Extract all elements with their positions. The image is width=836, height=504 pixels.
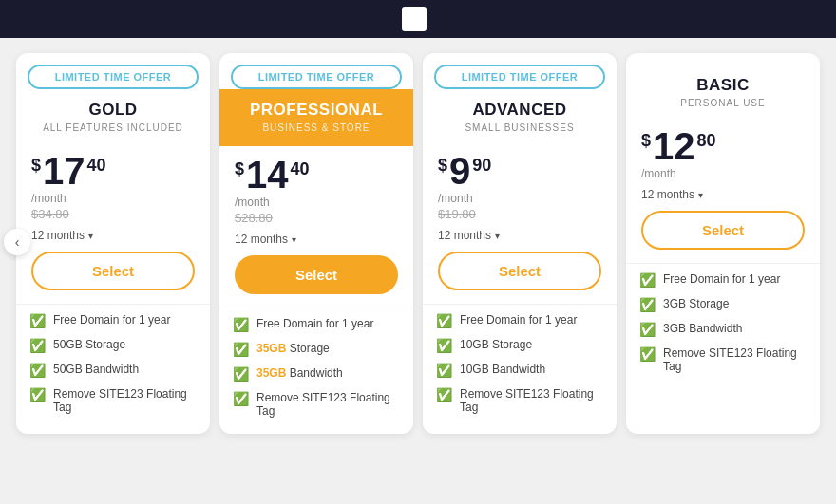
check-icon-gold-0: ✅ bbox=[29, 313, 46, 328]
feature-item-professional-2: ✅35GB Bandwidth bbox=[233, 362, 400, 386]
duration-label-advanced: 12 months bbox=[438, 229, 491, 242]
feature-text-basic-3: Remove SITE123 Floating Tag bbox=[663, 346, 807, 373]
plan-card-professional: LIMITED TIME OFFER PROFESSIONAL BUSINESS… bbox=[219, 53, 413, 434]
plan-name-basic: BASIC bbox=[637, 76, 808, 95]
plans-wrapper: ‹ LIMITED TIME OFFER GOLD ALL FEATURES I… bbox=[0, 38, 836, 445]
price-whole-advanced: 9 bbox=[449, 152, 470, 190]
plan-subtitle-gold: ALL FEATURES INCLUDED bbox=[28, 122, 199, 133]
plans-container: LIMITED TIME OFFER GOLD ALL FEATURES INC… bbox=[0, 38, 836, 445]
limited-offer-badge-gold: LIMITED TIME OFFER bbox=[28, 65, 199, 89]
price-decimal-basic: 80 bbox=[697, 131, 716, 151]
price-period-basic: /month bbox=[641, 167, 805, 180]
price-main-basic: $ 12 80 bbox=[641, 127, 805, 165]
features-list-advanced: ✅Free Domain for 1 year ✅10GB Storage ✅1… bbox=[423, 304, 617, 430]
price-section-gold: $ 17 40 /month$34.80 bbox=[16, 142, 210, 225]
price-decimal-gold: 40 bbox=[87, 156, 106, 176]
plan-name-gold: GOLD bbox=[28, 101, 199, 120]
feature-item-advanced-2: ✅10GB Bandwidth bbox=[436, 358, 603, 383]
check-icon-advanced-1: ✅ bbox=[436, 338, 452, 353]
check-icon-basic-2: ✅ bbox=[639, 322, 656, 337]
feature-text-gold-3: Remove SITE123 Floating Tag bbox=[53, 387, 197, 414]
feature-item-advanced-0: ✅Free Domain for 1 year bbox=[436, 308, 603, 333]
feature-item-basic-3: ✅Remove SITE123 Floating Tag bbox=[639, 342, 807, 378]
feature-item-professional-1: ✅35GB Storage bbox=[233, 337, 400, 362]
top-bar bbox=[0, 0, 836, 38]
prev-arrow[interactable]: ‹ bbox=[4, 229, 30, 255]
feature-text-basic-0: Free Domain for 1 year bbox=[663, 272, 780, 286]
check-icon-gold-1: ✅ bbox=[29, 338, 46, 353]
plan-subtitle-basic: PERSONAL USE bbox=[637, 98, 808, 108]
price-whole-gold: 17 bbox=[43, 152, 86, 190]
check-icon-advanced-2: ✅ bbox=[436, 363, 452, 378]
feature-text-gold-0: Free Domain for 1 year bbox=[53, 313, 170, 327]
duration-selector-advanced[interactable]: 12 months ▾ bbox=[423, 229, 617, 242]
plan-name-advanced: ADVANCED bbox=[434, 101, 605, 120]
plan-name-professional: PROFESSIONAL bbox=[231, 101, 402, 120]
duration-selector-professional[interactable]: 12 months ▾ bbox=[219, 233, 413, 246]
feature-text-basic-2: 3GB Bandwidth bbox=[663, 322, 742, 335]
feature-text-professional-0: Free Domain for 1 year bbox=[256, 317, 373, 330]
duration-selector-basic[interactable]: 12 months ▾ bbox=[626, 188, 820, 201]
feature-text-professional-3: Remove SITE123 Floating Tag bbox=[256, 391, 400, 418]
price-original-gold: $34.80 bbox=[31, 207, 195, 221]
features-list-gold: ✅Free Domain for 1 year ✅50GB Storage ✅5… bbox=[16, 304, 210, 430]
feature-text-advanced-1: 10GB Storage bbox=[460, 338, 532, 351]
select-button-advanced[interactable]: Select bbox=[438, 252, 601, 290]
select-button-professional[interactable]: Select bbox=[235, 255, 398, 294]
plan-header-gold: GOLD ALL FEATURES INCLUDED bbox=[16, 89, 210, 142]
duration-selector-gold[interactable]: 12 months ▾ bbox=[16, 229, 210, 242]
check-icon-professional-2: ✅ bbox=[233, 366, 249, 382]
check-icon-professional-1: ✅ bbox=[233, 342, 249, 357]
feature-item-gold-1: ✅50GB Storage bbox=[29, 333, 197, 358]
feature-text-gold-1: 50GB Storage bbox=[53, 338, 125, 351]
site-logo bbox=[402, 7, 434, 31]
feature-item-professional-3: ✅Remove SITE123 Floating Tag bbox=[233, 386, 400, 422]
price-decimal-professional: 40 bbox=[291, 159, 310, 179]
check-icon-professional-0: ✅ bbox=[233, 317, 249, 332]
check-icon-advanced-3: ✅ bbox=[436, 387, 452, 402]
price-main-advanced: $ 9 90 bbox=[438, 152, 601, 190]
feature-text-advanced-0: Free Domain for 1 year bbox=[460, 313, 577, 327]
check-icon-gold-2: ✅ bbox=[29, 363, 46, 378]
feature-text-professional-2: 35GB Bandwidth bbox=[256, 366, 343, 380]
check-icon-basic-1: ✅ bbox=[639, 297, 656, 312]
price-dollar-advanced: $ bbox=[438, 156, 447, 176]
select-button-gold[interactable]: Select bbox=[31, 252, 195, 290]
check-icon-gold-3: ✅ bbox=[29, 387, 46, 402]
feature-item-advanced-3: ✅Remove SITE123 Floating Tag bbox=[436, 383, 603, 419]
price-decimal-advanced: 90 bbox=[472, 156, 491, 176]
feature-text-advanced-2: 10GB Bandwidth bbox=[460, 363, 545, 376]
check-icon-basic-0: ✅ bbox=[639, 272, 656, 288]
plan-subtitle-professional: BUSINESS & STORE bbox=[231, 122, 402, 133]
price-original-advanced: $19.80 bbox=[438, 207, 601, 221]
price-dollar-basic: $ bbox=[641, 131, 651, 151]
price-main-gold: $ 17 40 bbox=[31, 152, 195, 190]
price-whole-basic: 12 bbox=[653, 127, 695, 165]
features-list-professional: ✅Free Domain for 1 year ✅35GB Storage ✅3… bbox=[219, 308, 413, 434]
plan-card-gold: LIMITED TIME OFFER GOLD ALL FEATURES INC… bbox=[16, 53, 210, 434]
price-dollar-gold: $ bbox=[31, 156, 41, 176]
feature-item-gold-0: ✅Free Domain for 1 year bbox=[29, 308, 197, 333]
duration-label-gold: 12 months bbox=[31, 229, 85, 242]
price-period-advanced: /month bbox=[438, 192, 601, 205]
plan-card-basic: BASIC PERSONAL USE $ 12 80 /month 12 mon… bbox=[626, 53, 820, 434]
feature-text-basic-1: 3GB Storage bbox=[663, 297, 729, 310]
price-period-gold: /month bbox=[31, 192, 195, 205]
select-button-basic[interactable]: Select bbox=[641, 211, 805, 250]
check-icon-professional-3: ✅ bbox=[233, 391, 249, 406]
price-section-professional: $ 14 40 /month$28.80 bbox=[219, 146, 413, 229]
feature-item-basic-2: ✅3GB Bandwidth bbox=[639, 317, 807, 342]
price-dollar-professional: $ bbox=[235, 159, 244, 179]
feature-item-professional-0: ✅Free Domain for 1 year bbox=[233, 312, 400, 337]
price-original-professional: $28.80 bbox=[235, 211, 398, 225]
plan-subtitle-advanced: SMALL BUSINESSES bbox=[434, 122, 605, 133]
price-whole-professional: 14 bbox=[246, 156, 289, 194]
plan-header-professional: PROFESSIONAL BUSINESS & STORE bbox=[219, 89, 413, 146]
duration-label-professional: 12 months bbox=[235, 233, 288, 246]
feature-item-gold-3: ✅Remove SITE123 Floating Tag bbox=[29, 383, 197, 419]
features-list-basic: ✅Free Domain for 1 year ✅3GB Storage ✅3G… bbox=[626, 263, 820, 389]
check-icon-advanced-0: ✅ bbox=[436, 313, 452, 328]
limited-offer-badge-professional: LIMITED TIME OFFER bbox=[231, 65, 402, 89]
feature-item-basic-0: ✅Free Domain for 1 year bbox=[639, 268, 807, 292]
duration-arrow-gold: ▾ bbox=[88, 231, 93, 241]
